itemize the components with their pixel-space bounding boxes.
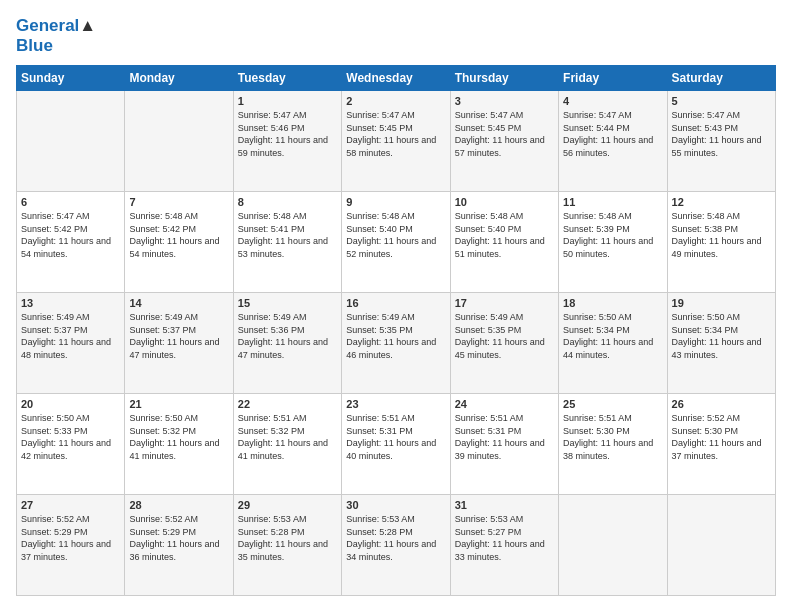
calendar-cell: 3Sunrise: 5:47 AM Sunset: 5:45 PM Daylig… [450, 91, 558, 192]
weekday-header-row: SundayMondayTuesdayWednesdayThursdayFrid… [17, 66, 776, 91]
day-number: 25 [563, 398, 662, 410]
day-number: 4 [563, 95, 662, 107]
day-number: 17 [455, 297, 554, 309]
calendar-cell: 11Sunrise: 5:48 AM Sunset: 5:39 PM Dayli… [559, 192, 667, 293]
calendar-cell: 7Sunrise: 5:48 AM Sunset: 5:42 PM Daylig… [125, 192, 233, 293]
calendar-cell: 26Sunrise: 5:52 AM Sunset: 5:30 PM Dayli… [667, 394, 775, 495]
day-info: Sunrise: 5:52 AM Sunset: 5:29 PM Dayligh… [21, 513, 120, 563]
calendar-cell: 23Sunrise: 5:51 AM Sunset: 5:31 PM Dayli… [342, 394, 450, 495]
logo-blue: Blue [16, 36, 96, 56]
calendar-cell: 13Sunrise: 5:49 AM Sunset: 5:37 PM Dayli… [17, 293, 125, 394]
day-number: 3 [455, 95, 554, 107]
calendar-cell: 4Sunrise: 5:47 AM Sunset: 5:44 PM Daylig… [559, 91, 667, 192]
calendar-cell: 22Sunrise: 5:51 AM Sunset: 5:32 PM Dayli… [233, 394, 341, 495]
day-info: Sunrise: 5:50 AM Sunset: 5:32 PM Dayligh… [129, 412, 228, 462]
calendar-cell: 17Sunrise: 5:49 AM Sunset: 5:35 PM Dayli… [450, 293, 558, 394]
day-info: Sunrise: 5:53 AM Sunset: 5:28 PM Dayligh… [238, 513, 337, 563]
calendar-cell: 14Sunrise: 5:49 AM Sunset: 5:37 PM Dayli… [125, 293, 233, 394]
calendar-cell: 31Sunrise: 5:53 AM Sunset: 5:27 PM Dayli… [450, 494, 558, 595]
day-info: Sunrise: 5:52 AM Sunset: 5:29 PM Dayligh… [129, 513, 228, 563]
calendar-cell: 15Sunrise: 5:49 AM Sunset: 5:36 PM Dayli… [233, 293, 341, 394]
weekday-thursday: Thursday [450, 66, 558, 91]
day-info: Sunrise: 5:48 AM Sunset: 5:39 PM Dayligh… [563, 210, 662, 260]
day-info: Sunrise: 5:47 AM Sunset: 5:45 PM Dayligh… [455, 109, 554, 159]
day-info: Sunrise: 5:53 AM Sunset: 5:27 PM Dayligh… [455, 513, 554, 563]
day-number: 24 [455, 398, 554, 410]
day-info: Sunrise: 5:52 AM Sunset: 5:30 PM Dayligh… [672, 412, 771, 462]
calendar-cell [125, 91, 233, 192]
calendar-cell: 20Sunrise: 5:50 AM Sunset: 5:33 PM Dayli… [17, 394, 125, 495]
calendar-cell: 21Sunrise: 5:50 AM Sunset: 5:32 PM Dayli… [125, 394, 233, 495]
day-number: 28 [129, 499, 228, 511]
calendar-cell: 19Sunrise: 5:50 AM Sunset: 5:34 PM Dayli… [667, 293, 775, 394]
calendar-cell: 25Sunrise: 5:51 AM Sunset: 5:30 PM Dayli… [559, 394, 667, 495]
calendar-cell: 8Sunrise: 5:48 AM Sunset: 5:41 PM Daylig… [233, 192, 341, 293]
weekday-sunday: Sunday [17, 66, 125, 91]
weekday-wednesday: Wednesday [342, 66, 450, 91]
day-number: 7 [129, 196, 228, 208]
weekday-friday: Friday [559, 66, 667, 91]
day-info: Sunrise: 5:49 AM Sunset: 5:37 PM Dayligh… [21, 311, 120, 361]
weekday-saturday: Saturday [667, 66, 775, 91]
day-number: 13 [21, 297, 120, 309]
day-info: Sunrise: 5:47 AM Sunset: 5:42 PM Dayligh… [21, 210, 120, 260]
day-number: 22 [238, 398, 337, 410]
day-number: 27 [21, 499, 120, 511]
calendar-row-3: 20Sunrise: 5:50 AM Sunset: 5:33 PM Dayli… [17, 394, 776, 495]
day-info: Sunrise: 5:51 AM Sunset: 5:31 PM Dayligh… [346, 412, 445, 462]
day-info: Sunrise: 5:51 AM Sunset: 5:30 PM Dayligh… [563, 412, 662, 462]
calendar-cell: 30Sunrise: 5:53 AM Sunset: 5:28 PM Dayli… [342, 494, 450, 595]
calendar-cell: 1Sunrise: 5:47 AM Sunset: 5:46 PM Daylig… [233, 91, 341, 192]
calendar-cell: 24Sunrise: 5:51 AM Sunset: 5:31 PM Dayli… [450, 394, 558, 495]
day-number: 11 [563, 196, 662, 208]
calendar-cell: 9Sunrise: 5:48 AM Sunset: 5:40 PM Daylig… [342, 192, 450, 293]
calendar-table: SundayMondayTuesdayWednesdayThursdayFrid… [16, 65, 776, 596]
day-number: 20 [21, 398, 120, 410]
weekday-monday: Monday [125, 66, 233, 91]
day-info: Sunrise: 5:49 AM Sunset: 5:35 PM Dayligh… [346, 311, 445, 361]
calendar-row-0: 1Sunrise: 5:47 AM Sunset: 5:46 PM Daylig… [17, 91, 776, 192]
logo: General▲ Blue [16, 16, 96, 55]
day-info: Sunrise: 5:51 AM Sunset: 5:31 PM Dayligh… [455, 412, 554, 462]
day-info: Sunrise: 5:47 AM Sunset: 5:43 PM Dayligh… [672, 109, 771, 159]
calendar-cell: 16Sunrise: 5:49 AM Sunset: 5:35 PM Dayli… [342, 293, 450, 394]
day-number: 31 [455, 499, 554, 511]
calendar-cell: 28Sunrise: 5:52 AM Sunset: 5:29 PM Dayli… [125, 494, 233, 595]
calendar-cell: 18Sunrise: 5:50 AM Sunset: 5:34 PM Dayli… [559, 293, 667, 394]
calendar-cell [667, 494, 775, 595]
calendar-cell [17, 91, 125, 192]
day-number: 8 [238, 196, 337, 208]
day-number: 5 [672, 95, 771, 107]
calendar-cell: 2Sunrise: 5:47 AM Sunset: 5:45 PM Daylig… [342, 91, 450, 192]
day-info: Sunrise: 5:47 AM Sunset: 5:46 PM Dayligh… [238, 109, 337, 159]
day-number: 30 [346, 499, 445, 511]
day-info: Sunrise: 5:50 AM Sunset: 5:34 PM Dayligh… [563, 311, 662, 361]
day-number: 14 [129, 297, 228, 309]
day-info: Sunrise: 5:48 AM Sunset: 5:42 PM Dayligh… [129, 210, 228, 260]
day-info: Sunrise: 5:51 AM Sunset: 5:32 PM Dayligh… [238, 412, 337, 462]
calendar-row-4: 27Sunrise: 5:52 AM Sunset: 5:29 PM Dayli… [17, 494, 776, 595]
day-number: 15 [238, 297, 337, 309]
day-info: Sunrise: 5:48 AM Sunset: 5:40 PM Dayligh… [455, 210, 554, 260]
calendar-cell: 5Sunrise: 5:47 AM Sunset: 5:43 PM Daylig… [667, 91, 775, 192]
day-info: Sunrise: 5:48 AM Sunset: 5:41 PM Dayligh… [238, 210, 337, 260]
day-number: 26 [672, 398, 771, 410]
day-number: 6 [21, 196, 120, 208]
day-info: Sunrise: 5:49 AM Sunset: 5:35 PM Dayligh… [455, 311, 554, 361]
day-number: 10 [455, 196, 554, 208]
day-info: Sunrise: 5:47 AM Sunset: 5:44 PM Dayligh… [563, 109, 662, 159]
calendar-row-1: 6Sunrise: 5:47 AM Sunset: 5:42 PM Daylig… [17, 192, 776, 293]
calendar-row-2: 13Sunrise: 5:49 AM Sunset: 5:37 PM Dayli… [17, 293, 776, 394]
day-info: Sunrise: 5:53 AM Sunset: 5:28 PM Dayligh… [346, 513, 445, 563]
day-number: 9 [346, 196, 445, 208]
calendar-cell [559, 494, 667, 595]
logo-text: General▲ [16, 16, 96, 36]
day-number: 23 [346, 398, 445, 410]
calendar-cell: 10Sunrise: 5:48 AM Sunset: 5:40 PM Dayli… [450, 192, 558, 293]
day-info: Sunrise: 5:48 AM Sunset: 5:38 PM Dayligh… [672, 210, 771, 260]
day-info: Sunrise: 5:49 AM Sunset: 5:36 PM Dayligh… [238, 311, 337, 361]
weekday-tuesday: Tuesday [233, 66, 341, 91]
day-info: Sunrise: 5:48 AM Sunset: 5:40 PM Dayligh… [346, 210, 445, 260]
day-info: Sunrise: 5:50 AM Sunset: 5:33 PM Dayligh… [21, 412, 120, 462]
day-number: 19 [672, 297, 771, 309]
